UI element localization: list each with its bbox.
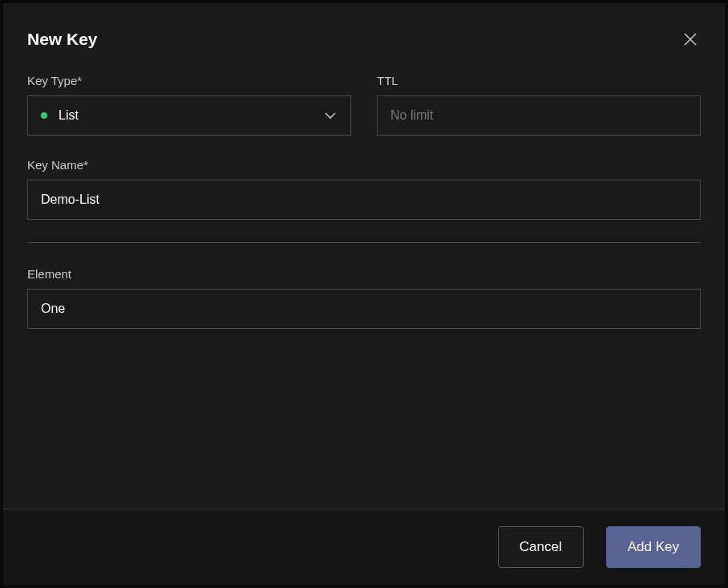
modal-footer: Cancel Add Key <box>3 509 725 585</box>
add-key-button[interactable]: Add Key <box>606 526 701 568</box>
field-ttl: TTL <box>377 74 701 136</box>
modal-header: New Key <box>3 3 725 66</box>
modal-title: New Key <box>27 30 98 49</box>
key-name-label: Key Name* <box>27 158 701 172</box>
close-button[interactable] <box>680 29 701 50</box>
field-element: Element <box>27 267 701 329</box>
modal-body: Key Type* List TTL Key Name* Element <box>3 66 725 509</box>
element-label: Element <box>27 267 701 281</box>
ttl-label: TTL <box>377 74 701 87</box>
field-key-type: Key Type* List <box>27 74 351 136</box>
key-type-value: List <box>59 108 323 123</box>
element-input[interactable] <box>27 289 701 329</box>
divider <box>27 242 701 243</box>
key-type-label: Key Type* <box>27 74 351 87</box>
key-type-dot-icon <box>41 112 47 119</box>
close-icon <box>683 32 698 47</box>
ttl-input[interactable] <box>377 95 701 136</box>
row-type-ttl: Key Type* List TTL <box>27 74 701 136</box>
field-key-name: Key Name* <box>27 158 701 220</box>
key-type-select[interactable]: List <box>27 95 351 136</box>
new-key-modal: New Key Key Type* List TTL <box>3 3 725 585</box>
chevron-down-icon <box>323 108 338 123</box>
cancel-button[interactable]: Cancel <box>498 526 584 568</box>
key-name-input[interactable] <box>27 180 701 220</box>
